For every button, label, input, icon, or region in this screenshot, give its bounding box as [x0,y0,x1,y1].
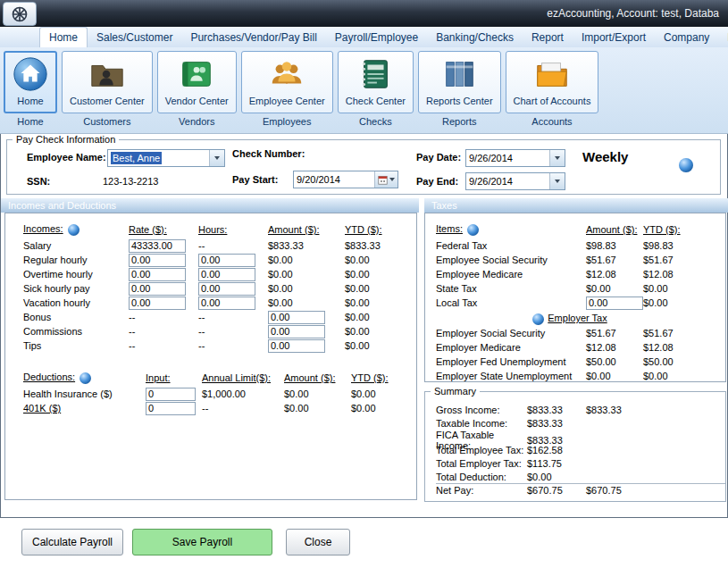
row-label: Overtime hourly [23,269,129,280]
check-center-button[interactable]: Check Center [338,51,414,113]
tab-sales-customer[interactable]: Sales/Customer [88,27,181,47]
col-input: Input: [146,372,202,383]
row-label: Tips [23,340,129,351]
tab-import-export[interactable]: Import/Export [573,27,655,47]
row-label: Employer State Unemployment [436,371,586,381]
home-button[interactable]: Home [4,51,57,113]
income-row-sick-hourly-pay: Sick hourly pay $0.00 $0.00 [23,281,416,296]
chart-of-accounts-icon [533,55,571,93]
bonus-amount-input[interactable] [268,311,325,324]
pay-date-combobox[interactable]: 9/26/2014 [465,149,565,167]
tab-payroll-employee[interactable]: Payroll/Employee [326,27,427,47]
sick-hourly-ytd: $0.00 [345,283,407,294]
tab-report[interactable]: Report [523,27,573,47]
tab-home[interactable]: Home [39,27,88,47]
vacation-hourly-hours-input[interactable] [198,297,255,310]
commissions-amount-input[interactable] [268,325,325,338]
save-payroll-button[interactable]: Save Payroll [132,529,272,555]
help-globe-icon[interactable] [679,158,693,172]
vacation-hourly-rate-input[interactable] [129,297,186,310]
close-button[interactable]: Close [286,529,350,555]
items-label: Items: [436,223,463,234]
col-rate: Rate ($): [129,224,198,235]
incomes-deductions-header: Incomes and Deductions [1,198,419,213]
federal-tax-ytd: $98.83 [643,240,706,251]
chart-of-accounts-button[interactable]: Chart of Accounts [506,51,599,113]
employer-ss-ytd: $51.67 [643,328,706,338]
col-ytd: YTD ($): [351,372,414,383]
sick-hourly-hours-input[interactable] [198,282,255,296]
home-icon [12,55,49,93]
dropdown-arrow[interactable] [549,150,565,166]
toolbar-label: Chart of Accounts [514,96,591,106]
tax-row-federal: Federal Tax $98.83 $98.83 [436,238,725,253]
row-label: Total Employer Tax: [436,458,527,469]
title-bar: ezAccounting, Account: test, Databa [0,0,728,27]
ssn-value: 123-13-2213 [103,176,158,187]
deductions-label: Deductions: [23,372,75,382]
tab-help[interactable]: Help [718,27,728,47]
toolbar-sublabel: Reports [442,116,477,127]
medicare-ytd: $12.08 [643,269,706,280]
suta-amount: $0.00 [586,371,643,381]
calendar-dropdown-button[interactable] [374,171,397,188]
tips-amount-input[interactable] [268,339,325,353]
sick-hourly-rate-input[interactable] [129,282,186,296]
vacation-hourly-ytd: $0.00 [345,297,407,308]
incomes-help-icon[interactable] [68,224,79,236]
local-tax-input[interactable] [586,297,643,310]
employer-medicare-ytd: $12.08 [643,342,706,353]
health-insurance-input[interactable] [146,388,196,401]
customer-center-button[interactable]: Customer Center [62,51,153,113]
col-annual-limit: Annual Limit($): [202,372,284,383]
pay-start-datepicker[interactable]: 9/20/2014 [293,171,398,188]
tax-row-employer-state-unemployment: Employer State Unemployment $0.00 $0.00 [436,369,725,383]
employee-name-label: Employee Name: [27,152,106,163]
col-amount: Amount ($): [284,372,351,383]
incomes-header-row: Incomes: Rate ($): Hours: Amount ($): YT… [23,221,416,238]
tab-purchases-vendor-pay-bill[interactable]: Purchases/Vendor/Pay Bill [181,27,325,47]
pay-end-label: Pay End: [416,176,458,187]
tab-banking-checks[interactable]: Banking/Checks [427,27,523,47]
menu-bar: Home Sales/Customer Purchases/Vendor/Pay… [0,27,728,47]
401k-ytd: $0.00 [351,403,414,413]
toolbar-sublabel: Customers [83,116,130,127]
employee-name-value: Best, Anne [111,152,162,164]
tab-company[interactable]: Company [655,27,718,47]
overtime-hourly-hours-input[interactable] [198,268,255,281]
401k-input[interactable] [146,402,196,415]
employer-tax-help-icon[interactable] [532,313,544,325]
health-insurance-limit: $1,000.00 [202,388,284,399]
401k-limit: -- [202,403,284,413]
vendor-center-button[interactable]: Vendor Center [157,51,237,113]
vacation-hourly-amount: $0.00 [268,297,345,308]
toolbar-sublabel: Home [17,116,43,127]
employer-tax-header: Employer Tax [436,310,704,326]
calculate-payroll-button[interactable]: Calculate Payroll [21,529,123,555]
regular-hourly-hours-input[interactable] [198,254,255,267]
col-amount: Amount ($): [268,224,345,235]
employee-name-combobox[interactable]: Best, Anne [107,149,225,167]
row-label: Health Insurance ($) [23,388,146,399]
deductions-help-icon[interactable] [79,372,91,384]
paycheck-group-title: Pay Check Information [13,134,119,145]
reports-center-button[interactable]: Reports Center [418,51,501,113]
summary-row-gross-income: Gross Income: $833.33 $833.33 [436,403,725,416]
app-menu-button[interactable] [3,2,37,26]
pay-end-combobox[interactable]: 9/26/2014 [465,172,565,190]
overtime-hourly-rate-input[interactable] [129,268,186,281]
dropdown-arrow[interactable] [209,150,224,166]
salary-rate-input[interactable] [129,239,186,253]
summary-row-total-employer-tax: Total Employer Tax: $113.75 [436,456,725,470]
total-employee-tax: $162.58 [527,445,586,455]
row-label: Vacation hourly [23,297,129,308]
regular-hourly-rate-input[interactable] [129,254,186,267]
check-number-label: Check Number: [232,148,305,159]
salary-ytd: $833.33 [345,240,407,251]
employee-center-button[interactable]: Employee Center [241,51,333,113]
taxes-help-icon[interactable] [467,224,479,236]
summary-row-taxable-income: Taxable Income: $833.33 [436,416,725,430]
pay-date-value: 9/26/2014 [469,153,549,163]
col-hours: Hours: [198,224,268,235]
dropdown-arrow[interactable] [549,173,565,189]
